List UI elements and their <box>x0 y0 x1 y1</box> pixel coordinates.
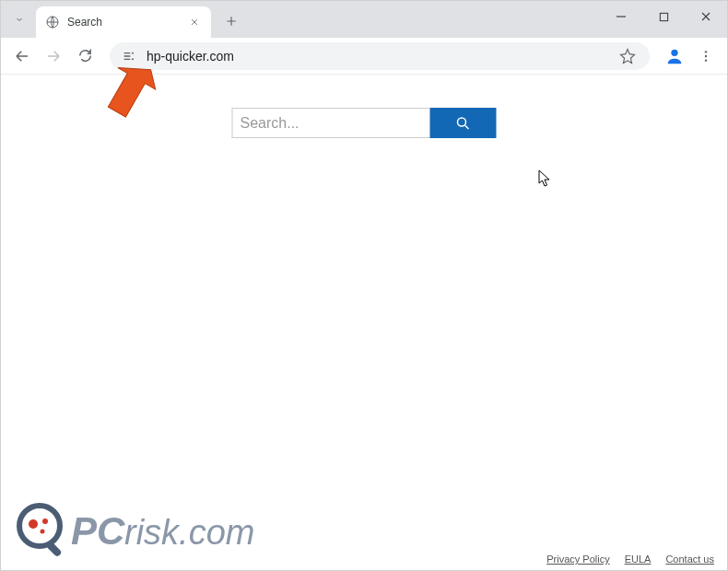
three-dots-icon <box>699 49 713 64</box>
new-tab-button[interactable] <box>218 8 244 34</box>
page-content: PC risk.com Privacy Policy EULA Contact … <box>1 75 727 570</box>
menu-button[interactable] <box>692 42 720 70</box>
contact-link[interactable]: Contact us <box>665 554 714 565</box>
pcrisk-logo-icon: PC risk.com <box>10 498 277 563</box>
privacy-link[interactable]: Privacy Policy <box>546 554 609 565</box>
minimize-button[interactable] <box>600 1 642 32</box>
eula-link[interactable]: EULA <box>625 554 652 565</box>
site-settings-icon[interactable] <box>121 48 137 64</box>
search-icon <box>455 115 472 132</box>
arrow-left-icon <box>14 48 30 64</box>
maximize-icon <box>659 12 669 22</box>
svg-rect-1 <box>660 13 667 20</box>
search-button[interactable] <box>430 108 497 138</box>
url-text: hp-quicker.com <box>147 49 607 64</box>
arrow-right-icon <box>45 48 62 64</box>
svg-point-8 <box>458 118 466 126</box>
svg-text:PC: PC <box>71 509 125 553</box>
person-icon <box>664 46 685 66</box>
close-icon <box>700 11 711 22</box>
reload-button[interactable] <box>71 42 99 70</box>
svg-point-9 <box>19 506 60 546</box>
svg-point-10 <box>29 519 38 529</box>
star-icon <box>619 48 636 64</box>
reload-icon <box>77 48 93 64</box>
browser-tab[interactable]: Search <box>36 6 211 38</box>
titlebar: Search <box>1 1 727 38</box>
profile-button[interactable] <box>661 42 688 70</box>
tab-search-dropdown[interactable] <box>8 8 30 30</box>
search-input[interactable] <box>232 108 430 138</box>
svg-point-11 <box>42 519 48 524</box>
window-controls <box>600 1 727 38</box>
plus-icon <box>225 15 238 28</box>
search-form <box>232 108 497 138</box>
address-bar[interactable]: hp-quicker.com <box>110 42 650 70</box>
svg-point-4 <box>671 49 677 55</box>
svg-text:risk.com: risk.com <box>124 513 254 552</box>
globe-icon <box>45 15 60 29</box>
footer-links: Privacy Policy EULA Contact us <box>546 554 714 565</box>
svg-point-12 <box>41 530 45 534</box>
bookmark-button[interactable] <box>616 45 639 67</box>
svg-point-7 <box>705 59 707 61</box>
close-window-button[interactable] <box>685 1 727 32</box>
watermark-logo: PC risk.com <box>10 498 277 563</box>
tab-title: Search <box>67 16 180 29</box>
minimize-icon <box>616 11 627 22</box>
svg-point-3 <box>132 58 134 60</box>
toolbar: hp-quicker.com <box>1 38 727 75</box>
maximize-button[interactable] <box>642 1 685 32</box>
back-button[interactable] <box>8 42 36 70</box>
tab-close-button[interactable] <box>187 15 202 29</box>
svg-point-6 <box>705 54 707 56</box>
svg-point-2 <box>132 52 134 53</box>
forward-button[interactable] <box>40 42 67 70</box>
svg-point-5 <box>705 51 707 52</box>
close-icon <box>190 17 199 27</box>
chevron-down-icon <box>14 14 25 25</box>
